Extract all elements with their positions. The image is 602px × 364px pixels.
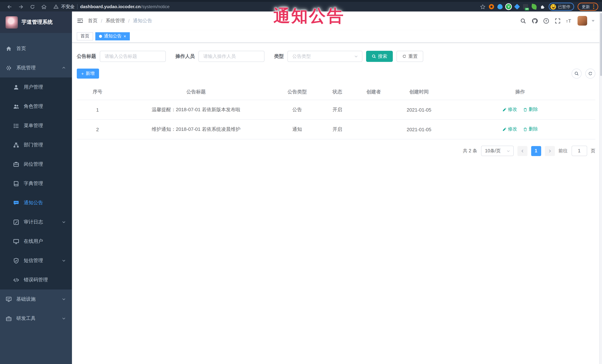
breadcrumb-home[interactable]: 首页 [88, 17, 97, 24]
tab-close-icon[interactable]: × [124, 34, 126, 38]
tab-home[interactable]: 首页 [77, 32, 93, 40]
cell-actions: 修改删除 [445, 120, 595, 139]
sidebar-item-system[interactable]: 系统管理 [0, 58, 72, 77]
sidebar-item-post[interactable]: 岗位管理 [0, 155, 72, 174]
delete-link-label: 删除 [529, 107, 538, 113]
toggle-search-button[interactable] [572, 69, 582, 79]
svg-text:T: T [568, 18, 571, 23]
sidebar-item-role[interactable]: 角色管理 [0, 97, 72, 116]
sidebar-item-dev-tools[interactable]: 研发工具 [0, 309, 72, 328]
help-icon[interactable]: ? [543, 18, 549, 24]
search-button-label: 搜索 [378, 53, 387, 60]
browser-reload-icon[interactable] [30, 4, 35, 10]
extensions-puzzle-icon[interactable] [540, 4, 545, 9]
avatar-caret-icon[interactable] [591, 20, 595, 22]
sidebar-item-dept[interactable]: 部门管理 [0, 135, 72, 155]
page-size-select[interactable]: 10条/页 [481, 146, 514, 156]
next-page-button[interactable] [545, 146, 555, 156]
header-search-icon[interactable] [520, 18, 526, 24]
github-icon[interactable] [532, 18, 538, 24]
edit-link[interactable]: 修改 [502, 107, 517, 113]
profile-paused-pill[interactable]: 已暂停 [549, 3, 574, 11]
emoji-avatar-icon [551, 4, 556, 10]
sidebar-item-notice[interactable]: 通知公告 [0, 193, 72, 212]
breadcrumb-system[interactable]: 系统管理 [106, 17, 125, 24]
post-icon [13, 161, 19, 167]
sidebar-item-home[interactable]: 首页 [0, 39, 72, 58]
sidebar-item-infra[interactable]: 基础设施 [0, 290, 72, 309]
screen: 不安全 dashboard.yudao.iocoder.cn/system/no… [0, 0, 602, 364]
sidebar-item-menu[interactable]: 菜单管理 [0, 116, 72, 135]
refresh-icon [588, 71, 593, 76]
sidebar-item-label: 字典管理 [24, 180, 43, 187]
refresh-table-button[interactable] [585, 69, 595, 79]
url-host: dashboard.yudao.iocoder.cn [80, 4, 141, 9]
browser-update-pill[interactable]: 更新 [578, 3, 598, 11]
operator-input[interactable] [198, 51, 264, 62]
notice-title-input[interactable] [100, 51, 166, 62]
select-placeholder: 公告类型 [292, 53, 311, 60]
browser-back-icon[interactable] [7, 4, 12, 10]
sidebar-item-online-user[interactable]: 在线用户 [0, 232, 72, 251]
sidebar-item-sms[interactable]: 短信管理 [0, 251, 72, 270]
user-avatar[interactable] [578, 16, 587, 26]
online-icon [13, 238, 19, 244]
extension-drop-icon[interactable] [498, 4, 503, 9]
sidebar-item-label: 部门管理 [24, 142, 43, 148]
svg-text:?: ? [545, 19, 547, 23]
sidebar-logo-row[interactable]: 芋道管理系统 [0, 11, 72, 33]
delete-link[interactable]: 删除 [523, 107, 538, 113]
scrollbar-thumb[interactable] [600, 13, 602, 76]
edit-link[interactable]: 修改 [502, 126, 517, 133]
delete-icon [523, 107, 528, 112]
annotation-watermark: 通知公告 [273, 5, 344, 27]
extension-switchyomega-icon[interactable]: on [523, 4, 528, 9]
tab-notice[interactable]: 通知公告 × [95, 32, 130, 40]
sidebar-item-audit-log[interactable]: 审计日志 [0, 212, 72, 232]
security-label[interactable]: 不安全 [61, 3, 75, 10]
extension-adblock-icon[interactable] [489, 4, 494, 9]
sidebar-item-dict[interactable]: 字典管理 [0, 174, 72, 193]
chevron-down-icon [62, 258, 66, 263]
extension-leaf-icon[interactable] [531, 4, 537, 10]
browser-menu-icon[interactable] [593, 4, 594, 9]
code-icon [13, 277, 19, 283]
total-count: 共 2 条 [463, 148, 477, 154]
sidebar-item-label: 基础设施 [16, 296, 36, 302]
fullscreen-icon[interactable] [555, 18, 561, 24]
browser-home-icon[interactable] [41, 4, 47, 10]
reset-button[interactable]: 重置 [397, 51, 423, 62]
delete-icon [523, 127, 528, 132]
sidebar-item-label: 菜单管理 [24, 122, 43, 129]
scrollbar[interactable] [599, 11, 602, 364]
sidebar-item-error-code[interactable]: 错误码管理 [0, 270, 72, 290]
edit-icon [502, 127, 507, 132]
sidebar-item-label: 短信管理 [24, 257, 43, 264]
goto-page-input[interactable] [571, 146, 587, 156]
bookmark-star-icon[interactable] [480, 4, 486, 10]
cell-status: 开启 [321, 100, 354, 120]
table-header-row: 序号 公告标题 公告类型 状态 创建者 创建时间 操作 [77, 84, 595, 100]
font-size-icon[interactable]: TT [566, 18, 572, 24]
hamburger-icon[interactable] [77, 17, 84, 24]
page-size-value: 10条/页 [485, 148, 501, 154]
extension-green-v-icon[interactable]: V [506, 4, 511, 9]
infra-icon [6, 296, 12, 302]
address-bar[interactable]: 不安全 dashboard.yudao.iocoder.cn/system/no… [54, 3, 170, 10]
add-button[interactable]: + 新增 [77, 69, 99, 79]
notice-icon [13, 200, 19, 206]
prev-page-button[interactable] [517, 146, 527, 156]
col-actions: 操作 [445, 84, 595, 100]
delete-link[interactable]: 删除 [523, 126, 538, 133]
sidebar-item-label: 首页 [16, 45, 26, 52]
cell-created: 2021-01-05 [393, 100, 445, 120]
sidebar-item-user[interactable]: 用户管理 [0, 77, 72, 97]
browser-forward-icon[interactable] [18, 4, 24, 10]
notice-type-select[interactable]: 公告类型 [288, 51, 362, 62]
sidebar-item-label: 岗位管理 [24, 161, 43, 167]
url-divider [77, 4, 77, 9]
chevron-down-icon [62, 220, 66, 224]
search-button[interactable]: 搜索 [366, 51, 393, 62]
current-page-button[interactable]: 1 [531, 146, 541, 156]
extension-diamond-icon[interactable] [514, 4, 520, 10]
